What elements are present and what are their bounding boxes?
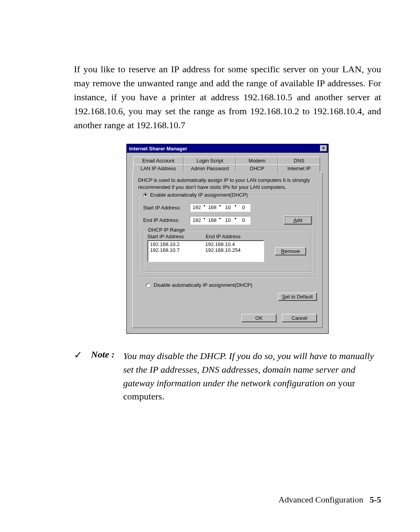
tab-dns[interactable]: DNS xyxy=(278,157,320,164)
end-ip-oct3[interactable]: 10 xyxy=(221,216,234,224)
list-item[interactable]: 192.168.10.2 192.168.10.4 xyxy=(150,241,261,247)
start-ip-oct2[interactable]: 168 xyxy=(206,204,219,211)
enable-dhcp-group: Enable automatically IP assignment(DHCP)… xyxy=(138,195,317,277)
start-ip-input[interactable]: 192 168 10 0 xyxy=(190,203,250,212)
end-ip-input[interactable]: 192 168 10 0 xyxy=(190,216,250,225)
window-title: Internet Sharer Manager xyxy=(129,146,187,152)
tab-modem[interactable]: Modem xyxy=(236,157,278,164)
tab-admin-password[interactable]: Admin Password xyxy=(184,164,236,172)
range-listbox[interactable]: 192.168.10.2 192.168.10.4 192.168.10.7 1… xyxy=(147,240,264,262)
note-text: You may disable the DHCP. If you do so, … xyxy=(123,349,381,403)
dhcp-description: DHCP is used to automatically assign IP … xyxy=(138,177,317,190)
intro-paragraph: If you like to reserve an IP address for… xyxy=(74,62,381,132)
radio-disable-dhcp[interactable] xyxy=(146,283,150,288)
tab-dhcp[interactable]: DHCP xyxy=(236,164,278,173)
note-block: ✓ Note : You may disable the DHCP. If yo… xyxy=(74,349,381,403)
page-footer: Advanced Configuration 5-5 xyxy=(278,495,381,505)
radio-enable-dhcp[interactable] xyxy=(143,193,148,197)
col-end-ip: End IP Address xyxy=(206,234,240,239)
dhcp-range-label: DHCP IP Range xyxy=(147,227,186,233)
set-default-button[interactable]: Set to Default xyxy=(278,293,317,301)
list-item[interactable]: 192.168.10.7 192.168.10.254 xyxy=(150,247,261,253)
tab-panel-dhcp: DHCP is used to automatically assign IP … xyxy=(132,172,323,328)
tab-login-script[interactable]: Login Script xyxy=(184,157,236,164)
end-ip-oct1[interactable]: 192 xyxy=(190,216,203,224)
tab-lan-ip[interactable]: LAN IP Address xyxy=(133,164,184,172)
end-ip-oct4[interactable]: 0 xyxy=(237,216,250,224)
col-start-ip: Start IP Address xyxy=(147,234,206,239)
note-label: Note : xyxy=(91,349,115,360)
start-ip-oct3[interactable]: 10 xyxy=(221,204,234,211)
start-ip-oct1[interactable]: 192 xyxy=(190,204,203,211)
dialog-window: Internet Sharer Manager × Email Account … xyxy=(126,144,329,334)
end-ip-label: End IP Address: xyxy=(143,217,190,223)
tab-internet-ip[interactable]: Internet IP xyxy=(278,164,320,172)
checkmark-icon: ✓ xyxy=(74,350,82,360)
titlebar: Internet Sharer Manager × xyxy=(127,144,328,153)
remove-button[interactable]: Remove xyxy=(275,247,306,255)
tab-email-account[interactable]: Email Account xyxy=(133,157,184,164)
ok-button[interactable]: OK xyxy=(242,314,276,322)
end-ip-oct2[interactable]: 168 xyxy=(206,216,219,224)
start-ip-oct4[interactable]: 0 xyxy=(237,204,250,211)
enable-dhcp-label: Enable automatically IP assignment(DHCP) xyxy=(150,192,248,198)
close-icon[interactable]: × xyxy=(320,145,327,152)
tab-strip: Email Account Login Script Modem DNS LAN… xyxy=(132,157,323,328)
add-button[interactable]: Add xyxy=(284,216,312,225)
cancel-button[interactable]: Cancel xyxy=(282,314,317,322)
dhcp-range-group: DHCP IP Range Start IP Address End IP Ad… xyxy=(143,230,312,272)
start-ip-label: Start IP Address: xyxy=(143,205,190,211)
disable-dhcp-label: Disable automatically IP assignment(DHCP… xyxy=(154,282,252,288)
